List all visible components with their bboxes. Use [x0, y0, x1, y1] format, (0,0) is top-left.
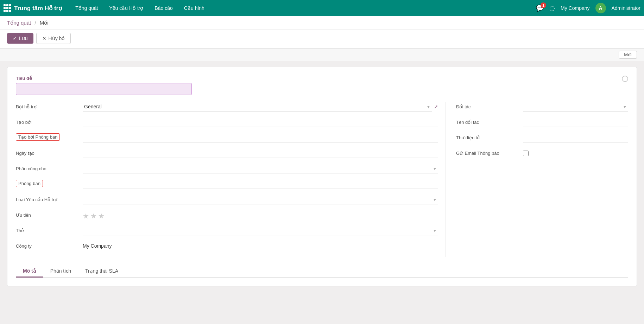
field-row-loai-yeu-cau-ho-tro: Loại Yêu cầu Hỗ trợ ▼	[16, 195, 438, 206]
tab-mo-ta[interactable]: Mô tả	[16, 265, 43, 278]
control-uu-tien: ★ ★ ★	[83, 210, 438, 220]
field-row-phong-ban: Phòng ban	[16, 179, 438, 191]
form-card: Tiêu đề Đội hỗ trợ General ▼	[7, 67, 637, 286]
menu-cau-hinh[interactable]: Cấu hình	[179, 3, 209, 13]
select-doi-ho-tro[interactable]: General	[83, 102, 432, 112]
app-title: Trung tâm Hỗ trợ	[14, 5, 62, 12]
control-doi-ho-tro: General ▼	[83, 102, 432, 112]
select-doi-tac[interactable]	[523, 102, 628, 112]
control-cong-ty: My Company	[83, 241, 438, 249]
label-thu-dien-tu: Thư điện tử	[456, 133, 523, 140]
input-phong-ban[interactable]	[83, 179, 438, 189]
field-row-gui-email-thong-bao: Gửi Email Thông báo	[456, 148, 628, 160]
control-ngay-tao	[83, 148, 438, 158]
label-phan-cong-cho: Phân công cho	[16, 164, 83, 171]
form-col-left: Đội hỗ trợ General ▼ ➚ Tạo bởi	[16, 102, 438, 257]
label-the: Thẻ	[16, 226, 83, 233]
field-row-doi-ho-tro: Đội hỗ trợ General ▼ ➚	[16, 102, 438, 113]
label-cong-ty: Công ty	[16, 241, 83, 249]
select-loai-yeu-cau-ho-tro[interactable]	[83, 195, 438, 204]
value-cong-ty: My Company	[83, 241, 438, 249]
select-wrapper-the: ▼	[83, 226, 438, 235]
select-wrapper-phan-cong-cho: ▼	[83, 164, 438, 173]
username[interactable]: Administrator	[612, 5, 640, 11]
cancel-label: Hủy bỏ	[49, 36, 65, 41]
label-uu-tien: Ưu tiên	[16, 210, 83, 218]
label-tao-boi-phong-ban: Tạo bởi Phòng ban	[16, 133, 83, 140]
highlighted-label-phong-ban: Phòng ban	[16, 180, 43, 187]
label-doi-tac: Đối tác	[456, 102, 523, 109]
status-badge[interactable]: Mới	[619, 51, 637, 59]
select-the[interactable]	[83, 226, 438, 235]
menu-tong-quat[interactable]: Tổng quát	[70, 3, 103, 13]
control-phong-ban	[83, 179, 438, 189]
star-2[interactable]: ★	[90, 212, 97, 220]
main-content: Tiêu đề Đội hỗ trợ General ▼	[0, 61, 644, 292]
input-thu-dien-tu[interactable]	[523, 133, 628, 142]
select-wrapper-loai-yeu-cau-ho-tro: ▼	[83, 195, 438, 204]
app-logo[interactable]: Trung tâm Hỗ trợ	[4, 4, 62, 12]
cancel-button[interactable]: ✕ Hủy bỏ	[36, 33, 71, 44]
notification-badge: 1	[541, 2, 546, 8]
field-row-ten-doi-tac: Tên đối tác	[456, 117, 628, 129]
menu-bao-cao[interactable]: Báo cáo	[150, 3, 177, 13]
field-row-doi-tac: Đối tác ▼	[456, 102, 628, 113]
topnav: Trung tâm Hỗ trợ Tổng quát Yêu cầu Hỗ tr…	[0, 0, 644, 16]
circle-indicator[interactable]	[622, 76, 628, 82]
control-ten-doi-tac	[523, 117, 628, 127]
save-button[interactable]: ✓ Lưu	[7, 33, 33, 44]
label-ten-doi-tac: Tên đối tác	[456, 117, 523, 125]
toolbar: ✓ Lưu ✕ Hủy bỏ	[0, 30, 644, 49]
highlighted-label-tao-boi-phong-ban: Tạo bởi Phòng ban	[16, 133, 60, 141]
control-thu-dien-tu	[523, 133, 628, 142]
cancel-x-icon: ✕	[42, 36, 46, 41]
topnav-right: 💬 1 ◌ My Company A Administrator	[536, 3, 640, 13]
tab-phan-tich[interactable]: Phân tích	[43, 265, 78, 278]
company-name[interactable]: My Company	[561, 5, 589, 11]
input-ngay-tao[interactable]	[83, 148, 438, 158]
topnav-menu: Tổng quát Yêu cầu Hỗ trợ Báo cáo Cấu hìn…	[70, 3, 536, 13]
grid-icon	[4, 4, 11, 12]
field-row-ngay-tao: Ngày tạo	[16, 148, 438, 160]
label-gui-email-thong-bao: Gửi Email Thông báo	[456, 148, 523, 156]
field-row-cong-ty: Công ty My Company	[16, 241, 438, 253]
control-doi-tac: ▼	[523, 102, 628, 112]
title-input[interactable]	[16, 83, 192, 95]
breadcrumb: Tổng quát / Mới	[0, 16, 644, 30]
field-row-uu-tien: Ưu tiên ★ ★ ★	[16, 210, 438, 222]
avatar[interactable]: A	[595, 3, 606, 13]
control-phan-cong-cho: ▼	[83, 164, 438, 173]
clock-icon-button[interactable]: ◌	[549, 4, 555, 12]
tab-trang-thai-sla[interactable]: Trạng thái SLA	[78, 265, 125, 278]
form-col-right: Đối tác ▼ Tên đối tác	[445, 102, 628, 257]
control-the: ▼	[83, 226, 438, 235]
menu-yeu-cau-ho-tro[interactable]: Yêu cầu Hỗ trợ	[104, 3, 148, 13]
tabs-row: Mô tả Phân tích Trạng thái SLA	[16, 265, 628, 278]
status-area: Mới	[0, 49, 644, 61]
select-phan-cong-cho[interactable]	[83, 164, 438, 173]
input-tao-boi-phong-ban[interactable]	[83, 133, 438, 142]
external-link-icon-doi-ho-tro[interactable]: ➚	[434, 104, 438, 109]
field-row-tao-boi-phong-ban: Tạo bởi Phòng ban	[16, 133, 438, 144]
field-row-the: Thẻ ▼	[16, 226, 438, 237]
input-ten-doi-tac[interactable]	[523, 117, 628, 127]
save-label: Lưu	[19, 36, 28, 41]
input-tao-boi[interactable]	[83, 117, 438, 127]
label-ngay-tao: Ngày tạo	[16, 148, 83, 156]
label-doi-ho-tro: Đội hỗ trợ	[16, 102, 83, 109]
control-tao-boi	[83, 117, 438, 127]
label-loai-yeu-cau-ho-tro: Loại Yêu cầu Hỗ trợ	[16, 195, 83, 202]
star-1[interactable]: ★	[83, 212, 89, 220]
save-checkmark-icon: ✓	[13, 36, 17, 41]
breadcrumb-separator: /	[34, 20, 36, 26]
notification-button[interactable]: 💬 1	[536, 4, 544, 12]
title-label: Tiêu đề	[16, 76, 622, 81]
star-3[interactable]: ★	[98, 212, 105, 220]
label-tao-boi: Tạo bởi	[16, 117, 83, 125]
priority-stars: ★ ★ ★	[83, 210, 438, 220]
checkbox-gui-email-thong-bao[interactable]	[523, 151, 529, 156]
control-tao-boi-phong-ban	[83, 133, 438, 142]
field-row-phan-cong-cho: Phân công cho ▼	[16, 164, 438, 175]
breadcrumb-parent[interactable]: Tổng quát	[7, 20, 31, 26]
label-phong-ban: Phòng ban	[16, 179, 83, 186]
